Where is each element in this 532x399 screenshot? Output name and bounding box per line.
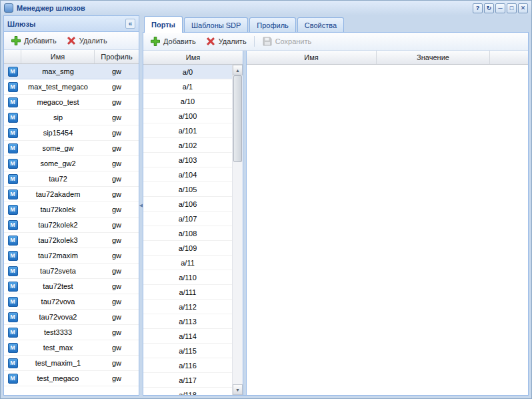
- gateway-row[interactable]: M max_test_megaco gw: [4, 79, 139, 95]
- megaco-gateway-icon: M: [8, 297, 18, 307]
- gateway-row[interactable]: M tau72kolek3 gw: [4, 233, 139, 248]
- gateway-row[interactable]: M tau72vova gw: [4, 294, 139, 310]
- save-button[interactable]: Сохранить: [258, 34, 316, 49]
- tab[interactable]: Профиль: [249, 17, 296, 32]
- gateway-row[interactable]: M test3333 gw: [4, 325, 139, 340]
- gateway-row[interactable]: M sip gw: [4, 110, 139, 125]
- gateway-badge-cell: M: [4, 282, 21, 292]
- delete-port-button[interactable]: Удалить: [201, 34, 251, 49]
- port-row[interactable]: a/109: [143, 241, 232, 256]
- gateway-row[interactable]: M some_gw gw: [4, 141, 139, 156]
- scroll-down-icon[interactable]: ▼: [233, 384, 243, 395]
- gateway-badge-cell: M: [4, 328, 21, 338]
- port-name: a/117: [179, 376, 197, 384]
- port-row[interactable]: a/113: [143, 314, 232, 329]
- window-titlebar: Менеджер шлюзов ?↻─□✕: [1, 1, 531, 15]
- port-row[interactable]: a/110: [143, 270, 232, 285]
- gateway-row[interactable]: M tau72sveta gw: [4, 264, 139, 279]
- scrollbar-thumb[interactable]: [233, 75, 242, 162]
- window-control-button[interactable]: ↻: [484, 3, 494, 13]
- port-row[interactable]: a/111: [143, 285, 232, 300]
- tab[interactable]: Порты: [144, 16, 183, 33]
- gateways-panel-header: Шлюзы «: [4, 16, 139, 32]
- gateway-name: tau72kolek2: [21, 221, 95, 229]
- port-name: a/105: [179, 185, 197, 193]
- ports-scrollbar[interactable]: ▲ ▼: [232, 65, 243, 395]
- megaco-gateway-icon: M: [8, 374, 18, 384]
- gateway-name: tau72sveta: [21, 267, 95, 275]
- gateway-badge-cell: M: [4, 189, 21, 200]
- port-name: a/101: [179, 127, 197, 135]
- gateway-name: tau72vova: [21, 298, 95, 306]
- port-row[interactable]: a/106: [143, 197, 232, 212]
- port-row[interactable]: a/105: [143, 182, 232, 197]
- gateway-profile: gw: [95, 344, 139, 352]
- gateway-row[interactable]: M test_megaco gw: [4, 371, 139, 386]
- port-row[interactable]: a/1: [143, 79, 232, 94]
- port-row[interactable]: a/100: [143, 109, 232, 123]
- port-name: a/100: [179, 112, 197, 120]
- ports-header-name[interactable]: Имя: [143, 51, 243, 64]
- port-row[interactable]: a/104: [143, 167, 232, 182]
- gateway-badge-cell: M: [4, 143, 21, 153]
- add-port-button[interactable]: Добавить: [146, 34, 200, 49]
- tab[interactable]: Свойства: [297, 17, 344, 32]
- add-gateway-button[interactable]: Добавить: [7, 33, 61, 48]
- port-row[interactable]: a/103: [143, 153, 232, 167]
- gateway-profile: gw: [95, 267, 139, 275]
- gateway-row[interactable]: M sip15454 gw: [4, 125, 139, 141]
- port-row[interactable]: a/108: [143, 226, 232, 241]
- gateway-profile: gw: [95, 221, 139, 229]
- megaco-gateway-icon: M: [8, 266, 18, 276]
- gateway-row[interactable]: M test_max gw: [4, 340, 139, 356]
- megaco-gateway-icon: M: [8, 174, 18, 184]
- properties-list: [247, 65, 528, 395]
- gateway-row[interactable]: M tau72test gw: [4, 279, 139, 294]
- port-row[interactable]: a/101: [143, 123, 232, 138]
- gateway-row[interactable]: M megaco_test gw: [4, 95, 139, 110]
- port-name: a/114: [179, 332, 197, 340]
- megaco-gateway-icon: M: [8, 82, 18, 92]
- port-row[interactable]: a/112: [143, 300, 232, 314]
- scrollbar-track[interactable]: [233, 75, 243, 384]
- gateway-row[interactable]: M max_smg gw: [4, 64, 139, 79]
- gateways-header-icon-col: [4, 50, 21, 63]
- megaco-gateway-icon: M: [8, 251, 18, 261]
- port-row[interactable]: a/10: [143, 94, 232, 109]
- gateway-row[interactable]: M some_gw2 gw: [4, 156, 139, 171]
- window-control-button[interactable]: ✕: [518, 3, 528, 13]
- port-row[interactable]: a/116: [143, 358, 232, 373]
- port-row[interactable]: a/107: [143, 212, 232, 226]
- port-row[interactable]: a/117: [143, 373, 232, 388]
- port-row[interactable]: a/102: [143, 138, 232, 153]
- properties-header-name[interactable]: Имя: [247, 51, 377, 64]
- scroll-up-icon[interactable]: ▲: [233, 65, 243, 75]
- port-name: a/106: [179, 200, 197, 208]
- port-row[interactable]: a/114: [143, 329, 232, 344]
- delete-gateway-button[interactable]: Удалить: [62, 33, 111, 48]
- gateway-row[interactable]: M tau72kolek gw: [4, 202, 139, 218]
- port-row[interactable]: a/0: [143, 65, 232, 79]
- properties-header-value[interactable]: Значение: [377, 51, 490, 64]
- window-control-button[interactable]: ─: [495, 3, 505, 13]
- gateway-badge-cell: M: [4, 297, 21, 307]
- port-row[interactable]: a/115: [143, 344, 232, 358]
- port-row[interactable]: a/11: [143, 256, 232, 270]
- window-control-button[interactable]: ?: [473, 3, 483, 13]
- collapse-panel-button[interactable]: «: [125, 19, 135, 29]
- tab[interactable]: Шаблоны SDP: [184, 17, 248, 32]
- gateway-row[interactable]: M test_maxim_1 gw: [4, 356, 139, 371]
- gateway-row[interactable]: M tau72kolek2 gw: [4, 218, 139, 233]
- gateway-row[interactable]: M tau72 gw: [4, 171, 139, 187]
- gateway-badge-cell: M: [4, 343, 21, 353]
- gateways-header-name[interactable]: Имя: [21, 50, 95, 63]
- gateway-row[interactable]: M tau72vova2 gw: [4, 310, 139, 325]
- gateways-header-profile[interactable]: Профиль: [95, 50, 139, 63]
- gateway-row[interactable]: M tau72maxim gw: [4, 248, 139, 264]
- gateway-badge-cell: M: [4, 97, 21, 107]
- gateway-profile: gw: [95, 190, 139, 198]
- port-row[interactable]: a/118: [143, 388, 232, 395]
- gateway-row[interactable]: M tau72akadem gw: [4, 187, 139, 202]
- window-control-button[interactable]: □: [507, 3, 517, 13]
- megaco-gateway-icon: M: [8, 358, 18, 368]
